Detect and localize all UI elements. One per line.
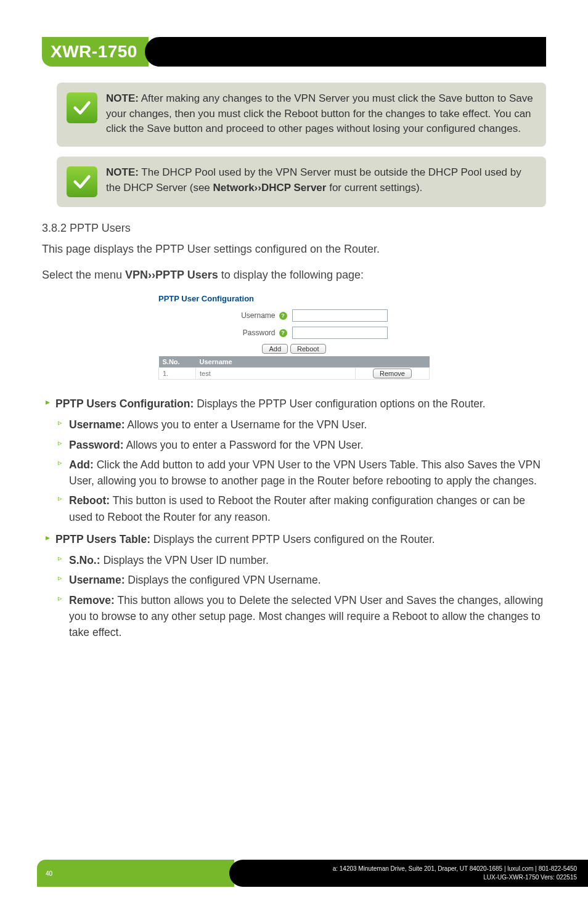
- cell-user: test: [196, 368, 356, 380]
- add-button[interactable]: Add: [262, 344, 288, 354]
- note-text: NOTE: The DHCP Pool used by the VPN Serv…: [106, 165, 534, 197]
- note-body-post: for current settings).: [326, 182, 422, 194]
- intro2-pre: Select the menu: [42, 269, 125, 281]
- page-number: 40: [37, 860, 234, 887]
- list-item: S.No.: Displays the VPN User ID number.: [55, 552, 546, 568]
- item-text: This button allows you to Delete the sel…: [69, 594, 543, 639]
- note-label: NOTE:: [106, 166, 139, 178]
- pptp-panel-title: PPTP User Configuration: [158, 294, 430, 303]
- pptp-users-table: S.No. Username 1. test Remove: [158, 356, 430, 380]
- cell-index: 1.: [159, 368, 196, 380]
- list-item: Username: Allows you to enter a Username…: [55, 417, 546, 433]
- item-label: Add:: [69, 459, 94, 471]
- password-label-text: Password: [243, 328, 276, 337]
- footer-docid: LUX-UG-XWR-1750 Vers: 022515: [483, 873, 577, 882]
- username-label-text: Username: [241, 311, 275, 320]
- help-icon[interactable]: ?: [279, 312, 287, 320]
- note-body: After making any changes to the VPN Serv…: [106, 92, 533, 134]
- item-text: Click the Add button to add your VPN Use…: [69, 459, 541, 487]
- list-item: PPTP Users Configuration: Displays the P…: [42, 396, 546, 525]
- item-label: Reboot:: [69, 494, 110, 507]
- intro2-post: to display the following page:: [218, 269, 364, 281]
- footer-info: a: 14203 Minuteman Drive, Suite 201, Dra…: [229, 860, 588, 887]
- note-body-bold: Network››DHCP Server: [213, 182, 327, 194]
- list-item: Remove: This button allows you to Delete…: [55, 592, 546, 641]
- section-intro2: Select the menu VPN››PPTP Users to displ…: [42, 267, 546, 283]
- password-label: Password ?: [201, 328, 287, 337]
- note-box-1: NOTE: After making any changes to the VP…: [57, 83, 546, 147]
- item-text: Displays the configured VPN Username.: [125, 574, 321, 586]
- item-label: PPTP Users Table:: [55, 533, 150, 545]
- list-item: PPTP Users Table: Displays the current P…: [42, 531, 546, 641]
- list-item: Reboot: This button is used to Reboot th…: [55, 492, 546, 525]
- list-item: Password: Allows you to enter a Password…: [55, 437, 546, 453]
- footer-address: a: 14203 Minuteman Drive, Suite 201, Dra…: [333, 865, 577, 873]
- note-label: NOTE:: [106, 92, 139, 104]
- item-label: Username:: [69, 574, 125, 586]
- item-text: Displays the VPN User ID number.: [100, 554, 269, 566]
- section-intro: This page displays the PPTP User setting…: [42, 241, 546, 257]
- password-input[interactable]: [292, 327, 388, 339]
- table-row: 1. test Remove: [159, 368, 430, 380]
- col-action: [356, 356, 430, 368]
- check-icon: [67, 166, 97, 197]
- page-header: XWR-1750: [42, 37, 546, 67]
- list-item: Add: Click the Add button to add your VP…: [55, 457, 546, 489]
- item-label: Remove:: [69, 594, 115, 606]
- item-text: Allows you to enter a Password for the V…: [124, 439, 364, 451]
- check-icon: [67, 92, 97, 123]
- header-blackbar: [145, 37, 546, 67]
- list-item: Username: Displays the configured VPN Us…: [55, 572, 546, 588]
- remove-button[interactable]: Remove: [373, 369, 412, 378]
- router-ui-figure: PPTP User Configuration Username ? Passw…: [42, 294, 546, 380]
- col-sno: S.No.: [159, 356, 196, 368]
- item-text: Displays the current PPTP Users configur…: [150, 533, 435, 545]
- item-label: PPTP Users Configuration:: [55, 397, 194, 410]
- item-text: Allows you to enter a Username for the V…: [125, 418, 367, 431]
- note-box-2: NOTE: The DHCP Pool used by the VPN Serv…: [57, 157, 546, 207]
- item-label: S.No.:: [69, 554, 100, 566]
- section-heading: 3.8.2 PPTP Users: [42, 222, 546, 235]
- username-input[interactable]: [292, 309, 388, 322]
- page-footer: 40 a: 14203 Minuteman Drive, Suite 201, …: [0, 860, 588, 887]
- username-label: Username ?: [201, 311, 287, 320]
- item-text: Displays the PPTP User configuration opt…: [194, 397, 485, 410]
- intro2-bold: VPN››PPTP Users: [125, 269, 218, 281]
- note-text: NOTE: After making any changes to the VP…: [106, 91, 534, 137]
- reboot-button[interactable]: Reboot: [290, 344, 325, 354]
- item-text: This button is used to Reboot the Router…: [69, 494, 525, 523]
- help-icon[interactable]: ?: [279, 329, 287, 337]
- product-title: XWR-1750: [42, 37, 149, 67]
- item-label: Username:: [69, 418, 125, 431]
- item-label: Password:: [69, 439, 124, 451]
- col-username: Username: [196, 356, 356, 368]
